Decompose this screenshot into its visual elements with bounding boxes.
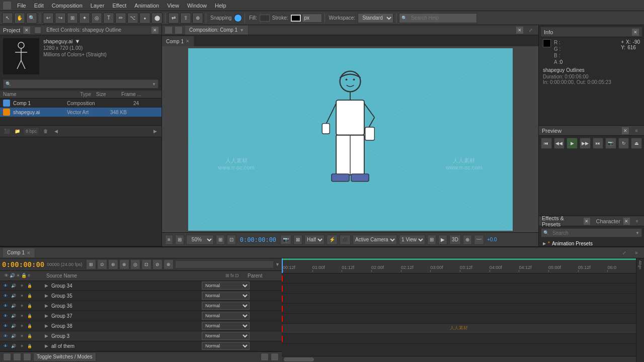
effect-controls-close-btn[interactable]: ✕ (151, 27, 158, 34)
track-row-5[interactable]: 人人素材 (282, 324, 636, 334)
preview-expand-btn[interactable]: ≡ (632, 126, 641, 135)
layer-6-lock[interactable]: 🔒 (26, 342, 33, 349)
track-row-6[interactable] (282, 334, 636, 344)
stroke-width-input[interactable] (302, 14, 322, 23)
tl-btn2[interactable]: ⊙ (97, 259, 107, 269)
tl-search-input[interactable] (175, 260, 274, 268)
layer-6-audio[interactable]: 🔊 (10, 342, 17, 349)
bt-icon5[interactable] (271, 353, 279, 361)
layer-5-eye[interactable]: 👁 (2, 332, 9, 339)
timeline-menu[interactable]: ≡ (632, 248, 641, 257)
layer-2-expand[interactable]: ▶ (42, 302, 50, 310)
quality-select[interactable]: Half (304, 235, 325, 245)
pi-btn5[interactable]: ▶ (150, 127, 159, 136)
pi-btn2[interactable]: 📁 (13, 127, 22, 136)
menu-animation[interactable]: Animation (130, 3, 163, 9)
effects-search-arrow[interactable]: ▼ (635, 231, 639, 235)
layer-0-lock[interactable]: 🔒 (26, 282, 33, 289)
preview-close-btn[interactable]: ✕ (622, 127, 629, 134)
character-close-btn[interactable]: ✕ (623, 218, 630, 225)
track-row-4[interactable] (282, 314, 636, 324)
col-size[interactable]: Size (96, 92, 116, 97)
composition-viewer[interactable]: 人人素材www.rr-sc.com 人人素材www.rr-sc.com (162, 46, 538, 232)
track-row-0[interactable] (282, 274, 636, 284)
tl-timecode[interactable]: 0:00:00:00 (2, 260, 44, 268)
export-btn[interactable]: ▶ (438, 235, 447, 245)
layer-0-audio[interactable]: 🔊 (10, 282, 17, 289)
transparency-btn[interactable]: ⊠ (293, 235, 302, 245)
col-type[interactable]: Type (80, 92, 91, 97)
tool9[interactable]: ⬧ (139, 13, 150, 24)
tool11[interactable]: ⇄ (168, 13, 179, 24)
zoom-tool[interactable]: 🔍 (26, 13, 37, 24)
comp-region-btn[interactable]: ⊞ (175, 235, 184, 245)
pi-btn1[interactable]: ⬛ (2, 127, 11, 136)
layer-4-eye[interactable]: 👁 (2, 322, 9, 329)
menu-file[interactable]: File (13, 3, 30, 9)
effects-close-btn[interactable]: ✕ (584, 218, 590, 225)
comp-menu-btn[interactable] (165, 27, 172, 34)
layer-4-solo[interactable]: ☀ (18, 322, 25, 329)
proj-search-arrow[interactable]: ▼ (152, 82, 156, 86)
layer-4-lock[interactable]: 🔒 (26, 322, 33, 329)
layer-row-5[interactable]: 👁 🔊 ☀ 🔒 ▶ Group 3 Normal (0, 331, 282, 341)
track-row-1[interactable] (282, 284, 636, 294)
preview-next-btn[interactable]: ▶▶ (580, 138, 591, 149)
layer-2-solo[interactable]: ☀ (18, 302, 25, 309)
layer-row-1[interactable]: 👁 🔊 ☀ 🔒 ▶ Group 35 Normal (0, 291, 282, 301)
grid-btn[interactable]: ⊞ (216, 235, 225, 245)
tl-btn6[interactable]: ⊡ (141, 259, 151, 269)
layer-row-2[interactable]: 👁 🔊 ☀ 🔒 ▶ Group 36 Normal (0, 301, 282, 311)
snap-btn[interactable]: ⊕ (463, 235, 472, 245)
tl-btn5[interactable]: ◎ (130, 259, 140, 269)
pi-btn4[interactable]: ◀ (51, 127, 60, 136)
info-close-btn[interactable]: ✕ (632, 29, 639, 36)
dropdown-arrow[interactable]: ▼ (75, 38, 80, 44)
snapping-btn[interactable] (234, 14, 242, 22)
hand-tool[interactable]: ✋ (14, 13, 25, 24)
fill-swatch[interactable] (260, 15, 270, 22)
track-row-2[interactable] (282, 294, 636, 304)
col-frame[interactable]: Frame ... (121, 92, 146, 97)
layer-3-expand[interactable]: ▶ (42, 312, 50, 320)
zoom-select[interactable]: 50% (186, 235, 214, 245)
select-tool[interactable]: ↖ (2, 13, 13, 24)
undo-btn[interactable]: ↩ (43, 13, 54, 24)
layer-2-mode[interactable]: Normal (202, 302, 250, 310)
camera-select[interactable]: Active Camera (353, 235, 397, 245)
layer-4-audio[interactable]: 🔊 (10, 322, 17, 329)
project-item-shapeguy[interactable]: shapeguy.ai Vector Art 348 KB (0, 108, 162, 117)
tool13[interactable]: ⊕ (192, 13, 203, 24)
toggle-modes-btn[interactable]: Toggle Switches / Modes (33, 352, 96, 361)
comp-menu-icon[interactable]: ≡ (165, 235, 173, 245)
effects-expand[interactable]: ≡ (633, 217, 641, 226)
tool12[interactable]: ⇧ (180, 13, 191, 24)
tl-search-arrow[interactable]: ▼ (275, 262, 280, 267)
bt-icon4[interactable] (261, 353, 269, 361)
h-scrollbar[interactable] (282, 356, 636, 362)
motion-btn[interactable]: 〰 (474, 235, 484, 245)
layer-1-expand[interactable]: ▶ (42, 292, 50, 300)
preview-play-btn[interactable]: ▶ (567, 138, 578, 149)
menu-composition[interactable]: Composition (48, 3, 87, 9)
render-btn[interactable]: ⊞ (427, 235, 436, 245)
track-row-3[interactable] (282, 304, 636, 314)
layer-4-mode[interactable]: Normal (202, 322, 250, 330)
info-color-swatch[interactable] (543, 39, 551, 47)
comp-tab-main[interactable]: Composition: Comp 1 ▼ (185, 26, 249, 35)
bt-icon1[interactable] (3, 353, 11, 361)
pi-btn3[interactable]: 🗑 (41, 127, 50, 136)
preview-last-btn[interactable]: ⏭ (593, 138, 604, 149)
search-help-input[interactable] (409, 13, 474, 23)
layer-3-mode[interactable]: Normal (202, 312, 250, 320)
layer-3-solo[interactable]: ☀ (18, 312, 25, 319)
project-close-btn[interactable]: ✕ (23, 27, 30, 34)
tool5[interactable]: ◎ (91, 13, 102, 24)
timeline-tab-comp1[interactable]: Comp 1 ✕ (3, 248, 35, 257)
view-select[interactable]: 1 View (399, 235, 425, 245)
tl-btn1[interactable]: ⊞ (86, 259, 96, 269)
transparency-btn2[interactable]: ⬛ (340, 235, 351, 245)
layer-6-expand[interactable]: ▶ (42, 342, 50, 350)
bt-icon2[interactable] (13, 353, 21, 361)
preview-audio-btn[interactable]: ⏏ (631, 138, 642, 149)
